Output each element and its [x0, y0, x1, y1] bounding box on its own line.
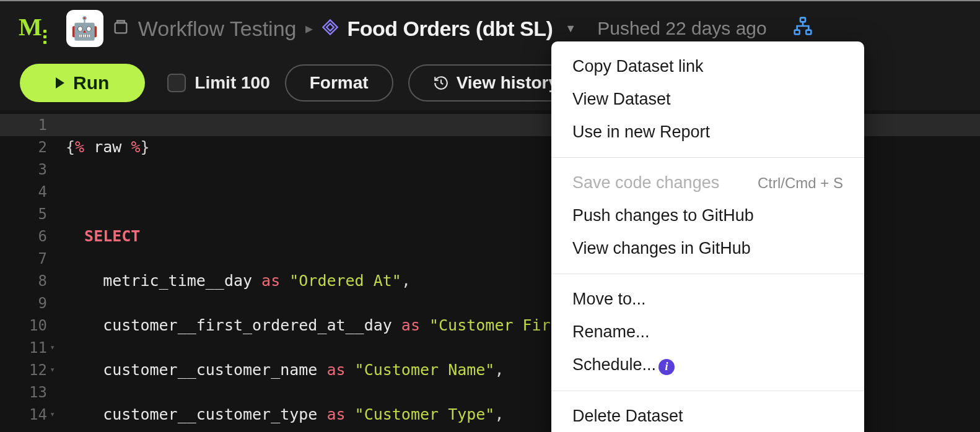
info-icon: i [658, 359, 675, 375]
dataset-context-menu: Copy Dataset link View Dataset Use in ne… [551, 41, 864, 432]
limit-checkbox[interactable] [167, 74, 186, 92]
breadcrumb-workspace[interactable]: Workflow Testing [138, 17, 297, 41]
app-logo[interactable]: M [19, 12, 46, 44]
line-number: 1 [0, 114, 47, 136]
svg-rect-3 [806, 30, 811, 35]
history-label: View history [457, 73, 558, 93]
lineage-icon[interactable] [793, 16, 813, 41]
line-number: 4 [0, 181, 47, 203]
menu-move-to[interactable]: Move to... [551, 283, 864, 316]
line-number: 5 [0, 203, 47, 225]
svg-rect-0 [115, 23, 126, 33]
avatar-emoji: 🤖 [71, 15, 98, 41]
page-title[interactable]: Food Orders (dbt SL) [348, 17, 553, 41]
line-number: 6 [0, 225, 47, 248]
format-button[interactable]: Format [285, 64, 393, 102]
code-area[interactable]: {% raw %} SELECT metric_time__day as "Or… [56, 110, 569, 432]
svg-rect-1 [800, 18, 805, 22]
line-number: 7 [0, 248, 47, 270]
line-number: 10 [0, 314, 47, 337]
breadcrumb: Workflow Testing ▸ Food Orders (dbt SL) … [112, 16, 813, 41]
diamond-icon [322, 17, 339, 41]
line-number: 3 [0, 158, 47, 181]
menu-view-dataset[interactable]: View Dataset [551, 83, 864, 116]
run-label: Run [73, 72, 109, 93]
play-icon [56, 77, 64, 89]
menu-use-in-new-report[interactable]: Use in new Report [551, 116, 864, 149]
menu-save-code-changes: Save code changes Ctrl/Cmd + S [551, 166, 864, 199]
run-button[interactable]: Run [20, 64, 145, 102]
line-number: 14 [0, 404, 47, 426]
line-number: 8 [0, 270, 47, 292]
menu-view-changes-github[interactable]: View changes in GitHub [551, 232, 864, 265]
title-dropdown-caret[interactable]: ▼ [565, 22, 576, 35]
line-number: 13 [0, 381, 47, 404]
limit-label: Limit 100 [195, 73, 269, 93]
line-number: 12 [0, 359, 47, 381]
shortcut-label: Ctrl/Cmd + S [758, 175, 843, 192]
gutter: 1 2 3 4 5 6 7 8 9 10 11 12 13 14 [0, 110, 56, 432]
menu-schedule[interactable]: Schedule...i [551, 348, 864, 382]
menu-delete-dataset[interactable]: Delete Dataset [551, 400, 864, 433]
workspace-avatar[interactable]: 🤖 [66, 10, 103, 47]
line-number: 11 [0, 337, 47, 359]
push-status: Pushed 22 days ago [597, 18, 767, 39]
svg-rect-2 [794, 30, 799, 35]
history-icon [433, 75, 449, 91]
limit-toggle[interactable]: Limit 100 [167, 73, 269, 93]
menu-push-changes-github[interactable]: Push changes to GitHub [551, 199, 864, 232]
menu-rename[interactable]: Rename... [551, 316, 864, 348]
chevron-right-icon: ▸ [305, 20, 313, 37]
menu-copy-dataset-link[interactable]: Copy Dataset link [551, 50, 864, 83]
format-label: Format [310, 73, 369, 93]
layers-icon [112, 17, 129, 41]
line-number: 9 [0, 292, 47, 314]
line-number: 2 [0, 136, 47, 158]
